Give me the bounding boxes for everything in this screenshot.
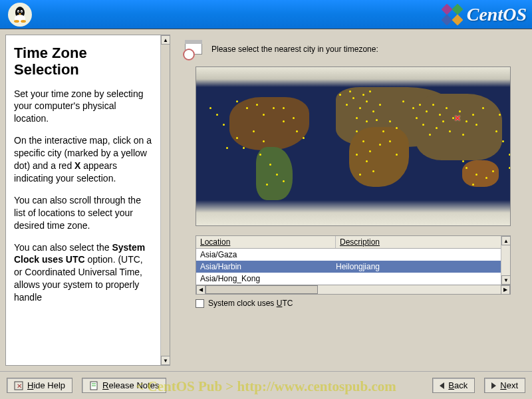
city-dot[interactable] [362,140,364,142]
city-dot[interactable] [283,180,285,182]
city-dot[interactable] [283,120,285,122]
city-dot[interactable] [462,134,464,136]
hide-help-button[interactable]: ✕ Hide Hide HelpHelp [7,378,72,393]
city-dot[interactable] [216,114,218,116]
help-scrollbar[interactable]: ▲ ▼ [160,35,170,365]
city-dot[interactable] [509,167,511,169]
scroll-left-icon[interactable]: ◀ [196,285,205,295]
city-dot[interactable] [372,170,374,172]
city-dot[interactable] [359,107,361,109]
city-dot[interactable] [389,120,391,122]
scroll-right-icon[interactable]: ▶ [501,285,510,295]
city-dot[interactable] [482,107,484,109]
city-dot[interactable] [236,100,238,102]
city-dot[interactable] [372,110,374,112]
col-location[interactable]: Location [196,236,336,248]
city-dot[interactable] [259,154,261,156]
scroll-up-icon[interactable]: ▲ [161,35,170,45]
city-dot[interactable] [426,110,428,112]
city-dot[interactable] [276,174,278,176]
city-dot[interactable] [376,119,378,121]
city-dot[interactable] [223,124,225,126]
city-dot[interactable] [442,120,444,122]
city-dot[interactable] [475,124,477,126]
city-dot[interactable] [416,117,418,119]
city-dot[interactable] [243,147,245,149]
timezone-table[interactable]: Location Description Asia/GazaAsia/Harbi… [196,235,511,285]
city-dot[interactable] [382,130,384,132]
city-dot[interactable] [263,140,265,142]
city-dot[interactable] [402,100,404,102]
table-row[interactable]: Asia/HarbinHeilongjiang [196,261,501,273]
city-dot[interactable] [226,147,228,149]
city-dot[interactable] [349,90,351,92]
city-dot[interactable] [346,104,348,106]
city-dot[interactable] [379,144,381,146]
city-dot[interactable] [339,94,341,96]
city-dot[interactable] [236,137,238,139]
city-dot[interactable] [459,110,461,112]
city-dot[interactable] [449,130,451,132]
timezone-map[interactable]: ✕ [196,66,511,226]
city-dot[interactable] [369,90,371,92]
table-hscrollbar[interactable]: ◀ ▶ [196,285,511,295]
city-dot[interactable] [499,114,501,116]
city-dot[interactable] [509,154,511,156]
city-dot[interactable] [356,154,358,156]
city-dot[interactable] [429,134,431,136]
city-dot[interactable] [366,160,368,162]
table-row[interactable]: Asia/Gaza [196,249,501,261]
city-dot[interactable] [466,120,467,122]
city-dot[interactable] [263,114,265,116]
city-dot[interactable] [303,137,305,139]
city-dot[interactable] [396,154,398,156]
city-dot[interactable] [366,100,368,102]
scroll-up-icon[interactable]: ▲ [501,236,511,245]
city-dot[interactable] [269,164,271,166]
next-button[interactable]: Next [484,378,525,393]
city-dot[interactable] [419,104,421,106]
city-dot[interactable] [396,127,398,129]
city-dot[interactable] [296,130,298,132]
release-notes-button[interactable]: Release Notes [82,378,166,393]
col-description[interactable]: Description [336,236,501,248]
city-dot[interactable] [283,107,285,109]
city-dot[interactable] [446,107,448,109]
table-vscrollbar[interactable]: ▲ ▼ [501,236,510,285]
city-dot[interactable] [379,104,381,106]
city-dot[interactable] [472,184,474,186]
city-dot[interactable] [266,184,268,186]
city-dot[interactable] [389,140,391,142]
city-dot[interactable] [422,124,424,126]
city-dot[interactable] [412,107,414,109]
city-dot[interactable] [293,117,295,119]
scroll-down-icon[interactable]: ▼ [501,275,511,285]
city-dot[interactable] [246,107,248,109]
city-dot[interactable] [436,127,438,129]
utc-checkbox[interactable] [196,299,204,308]
city-dot[interactable] [432,104,434,106]
city-dot[interactable] [253,130,255,132]
city-dot[interactable] [256,104,258,106]
city-dot[interactable] [273,107,275,109]
city-dot[interactable] [356,130,358,132]
city-dot[interactable] [472,114,474,116]
city-dot[interactable] [485,177,487,179]
city-dot[interactable] [356,117,358,119]
city-dot[interactable] [475,174,477,176]
city-dot[interactable] [439,114,441,116]
city-dot[interactable] [466,167,467,169]
city-dot[interactable] [462,160,464,162]
city-dot[interactable] [492,170,494,172]
city-dot[interactable] [502,140,504,142]
scroll-down-icon[interactable]: ▼ [161,356,170,365]
city-dot[interactable] [362,94,364,96]
back-button[interactable]: Back [432,378,475,393]
city-dot[interactable] [352,97,354,99]
city-dot[interactable] [209,107,211,109]
city-dot[interactable] [359,174,361,176]
city-dot[interactable] [366,120,368,122]
city-dot[interactable] [495,130,497,132]
city-dot[interactable] [369,150,371,152]
table-row[interactable]: Asia/Hong_Kong [196,273,501,285]
